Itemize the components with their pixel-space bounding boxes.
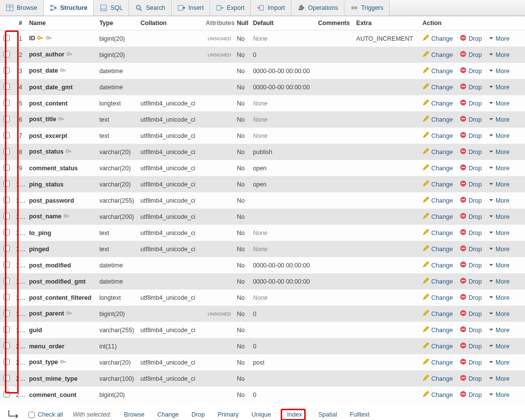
- drop-link[interactable]: Drop: [460, 131, 482, 140]
- change-link[interactable]: Change: [422, 374, 453, 383]
- drop-link[interactable]: Drop: [460, 99, 482, 107]
- drop-link[interactable]: Drop: [460, 342, 482, 350]
- row-checkbox[interactable]: [3, 197, 10, 203]
- row-checkbox[interactable]: [3, 229, 10, 236]
- change-link[interactable]: Change: [422, 148, 453, 156]
- drop-link[interactable]: Drop: [460, 148, 482, 156]
- drop-link[interactable]: Drop: [460, 83, 482, 91]
- row-checkbox[interactable]: [3, 51, 10, 57]
- bulk-spatial[interactable]: S Spatial: [315, 411, 337, 418]
- drop-link[interactable]: Drop: [460, 51, 482, 59]
- change-link[interactable]: Change: [422, 277, 453, 286]
- change-link[interactable]: Change: [422, 391, 453, 399]
- change-link[interactable]: Change: [422, 212, 453, 221]
- more-link[interactable]: More: [489, 278, 509, 285]
- row-checkbox[interactable]: [3, 181, 10, 187]
- more-link[interactable]: More: [489, 262, 509, 269]
- more-link[interactable]: More: [489, 149, 509, 156]
- row-checkbox[interactable]: [3, 148, 10, 155]
- tab-browse[interactable]: Browse: [0, 0, 44, 16]
- row-checkbox[interactable]: [3, 132, 10, 138]
- change-link[interactable]: Change: [422, 99, 453, 107]
- more-link[interactable]: More: [489, 132, 509, 139]
- change-link[interactable]: Change: [422, 51, 453, 59]
- row-checkbox[interactable]: [3, 310, 10, 316]
- drop-link[interactable]: Drop: [460, 180, 482, 188]
- drop-link[interactable]: Drop: [460, 326, 482, 334]
- more-link[interactable]: More: [489, 84, 509, 91]
- more-link[interactable]: More: [489, 181, 509, 188]
- check-all[interactable]: Check all: [28, 411, 63, 418]
- row-checkbox[interactable]: [3, 35, 10, 41]
- drop-link[interactable]: Drop: [460, 196, 482, 205]
- row-checkbox[interactable]: [3, 375, 10, 381]
- tab-insert[interactable]: Insert: [172, 0, 210, 16]
- row-checkbox[interactable]: [3, 326, 10, 333]
- row-checkbox[interactable]: [3, 359, 10, 365]
- drop-link[interactable]: Drop: [460, 229, 482, 237]
- more-link[interactable]: More: [489, 165, 509, 172]
- drop-link[interactable]: Drop: [460, 115, 482, 124]
- more-link[interactable]: More: [489, 116, 509, 123]
- tab-structure[interactable]: Structure: [44, 0, 94, 16]
- more-link[interactable]: More: [489, 327, 509, 334]
- change-link[interactable]: Change: [422, 115, 453, 124]
- bulk-fulltext[interactable]: T Fulltext: [347, 411, 369, 418]
- change-link[interactable]: Change: [422, 131, 453, 140]
- more-link[interactable]: More: [489, 375, 509, 382]
- row-checkbox[interactable]: [3, 83, 10, 90]
- drop-link[interactable]: Drop: [460, 358, 482, 367]
- bulk-index[interactable]: Index: [281, 409, 306, 420]
- tab-import[interactable]: Import: [251, 0, 291, 16]
- row-checkbox[interactable]: [3, 100, 10, 106]
- row-checkbox[interactable]: [3, 294, 10, 300]
- change-link[interactable]: Change: [422, 358, 453, 367]
- bulk-unique[interactable]: U Unique: [248, 411, 271, 418]
- row-checkbox[interactable]: [3, 213, 10, 219]
- more-link[interactable]: More: [489, 311, 509, 317]
- more-link[interactable]: More: [489, 294, 509, 301]
- row-checkbox[interactable]: [3, 278, 10, 284]
- drop-link[interactable]: Drop: [460, 293, 482, 302]
- row-checkbox[interactable]: [3, 67, 10, 74]
- more-link[interactable]: More: [489, 230, 509, 236]
- more-link[interactable]: More: [489, 359, 509, 366]
- more-link[interactable]: More: [489, 246, 509, 253]
- change-link[interactable]: Change: [422, 34, 453, 43]
- change-link[interactable]: Change: [422, 180, 453, 188]
- bulk-drop[interactable]: Drop: [188, 411, 205, 418]
- tab-export[interactable]: Export: [210, 0, 251, 16]
- drop-link[interactable]: Drop: [460, 261, 482, 269]
- change-link[interactable]: Change: [422, 83, 453, 91]
- bulk-browse[interactable]: Browse: [121, 411, 145, 418]
- drop-link[interactable]: Drop: [460, 277, 482, 286]
- check-all-checkbox[interactable]: [28, 412, 35, 418]
- row-checkbox[interactable]: [3, 116, 10, 122]
- change-link[interactable]: Change: [422, 164, 453, 172]
- bulk-change[interactable]: Change: [155, 411, 179, 418]
- bulk-primary[interactable]: Primary: [214, 411, 238, 418]
- drop-link[interactable]: Drop: [460, 245, 482, 253]
- tab-operations[interactable]: Operations: [291, 0, 344, 16]
- more-link[interactable]: More: [489, 68, 509, 75]
- row-checkbox[interactable]: [3, 391, 10, 397]
- change-link[interactable]: Change: [422, 245, 453, 253]
- row-checkbox[interactable]: [3, 262, 10, 268]
- change-link[interactable]: Change: [422, 310, 453, 318]
- drop-link[interactable]: Drop: [460, 212, 482, 221]
- drop-link[interactable]: Drop: [460, 374, 482, 383]
- more-link[interactable]: More: [489, 52, 509, 58]
- row-checkbox[interactable]: [3, 342, 10, 349]
- drop-link[interactable]: Drop: [460, 310, 482, 318]
- change-link[interactable]: Change: [422, 342, 453, 350]
- more-link[interactable]: More: [489, 100, 509, 107]
- change-link[interactable]: Change: [422, 326, 453, 334]
- more-link[interactable]: More: [489, 343, 509, 350]
- change-link[interactable]: Change: [422, 229, 453, 237]
- more-link[interactable]: More: [489, 392, 509, 398]
- change-link[interactable]: Change: [422, 293, 453, 302]
- more-link[interactable]: More: [489, 35, 509, 42]
- tab-search[interactable]: Search: [129, 0, 172, 16]
- more-link[interactable]: More: [489, 213, 509, 220]
- tab-triggers[interactable]: Triggers: [344, 0, 390, 16]
